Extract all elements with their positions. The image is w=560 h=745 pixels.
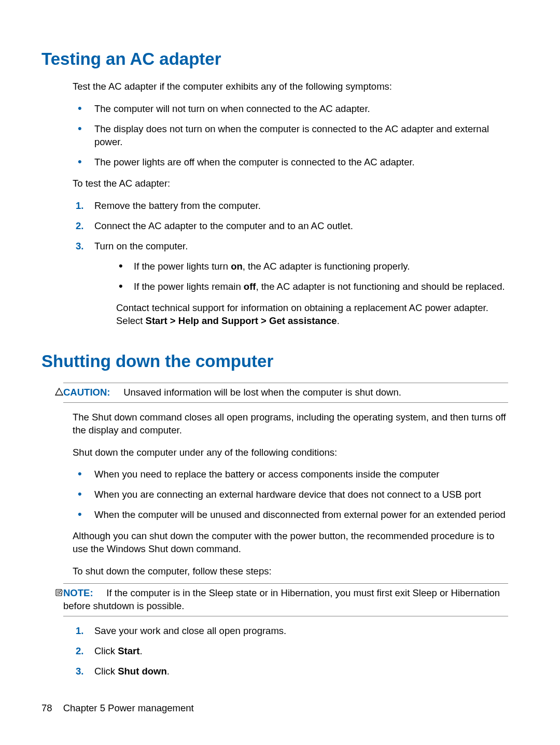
section2-p3: Although you can shut down the computer … bbox=[73, 530, 508, 556]
heading-shutting-down: Shutting down the computer bbox=[41, 352, 508, 371]
page-number: 78 bbox=[41, 702, 52, 713]
caution-label: CAUTION: bbox=[63, 387, 110, 398]
list-item: Remove the battery from the computer. bbox=[73, 200, 508, 213]
section2-p2: Shut down the computer under any of the … bbox=[73, 446, 508, 459]
step3-sublist: If the power lights turn on, the AC adap… bbox=[116, 260, 508, 293]
page-footer: 78 Chapter 5 Power management bbox=[41, 702, 194, 714]
note-icon bbox=[55, 587, 63, 596]
document-page: Testing an AC adapter Test the AC adapte… bbox=[0, 0, 560, 745]
text: If the power lights remain bbox=[134, 281, 244, 292]
list-item: The computer will not turn on when conne… bbox=[73, 103, 508, 116]
text: , the AC adapter is functioning properly… bbox=[243, 261, 410, 272]
bold-text: off bbox=[244, 281, 256, 292]
caution-callout: CAUTION: Unsaved information will be los… bbox=[63, 383, 508, 403]
list-item: Save your work and close all open progra… bbox=[73, 625, 508, 638]
list-item: Connect the AC adapter to the computer a… bbox=[73, 220, 508, 233]
list-item: The display does not turn on when the co… bbox=[73, 123, 508, 149]
list-item: When the computer will be unused and dis… bbox=[73, 509, 508, 522]
list-item: The power lights are off when the comput… bbox=[73, 156, 508, 169]
list-item: When you need to replace the battery or … bbox=[73, 468, 508, 481]
caution-text: Unsaved information will be lost when th… bbox=[123, 387, 401, 398]
text: . bbox=[139, 645, 142, 656]
heading-testing-ac-adapter: Testing an AC adapter bbox=[41, 49, 508, 69]
bold-text: on bbox=[231, 261, 243, 272]
list-item: If the power lights remain off, the AC a… bbox=[116, 280, 508, 293]
note-callout: NOTE: If the computer is in the Sleep st… bbox=[63, 583, 508, 616]
text: . bbox=[167, 666, 170, 677]
step3-followup: Contact technical support for informatio… bbox=[116, 302, 508, 328]
text: Click bbox=[94, 645, 118, 656]
bold-text: Start bbox=[118, 645, 139, 656]
bold-text: Start > Help and Support > Get assistanc… bbox=[146, 315, 337, 326]
section2-p1: The Shut down command closes all open pr… bbox=[73, 411, 508, 437]
list-item: Click Start. bbox=[73, 645, 508, 658]
shutdown-steps: Save your work and close all open progra… bbox=[73, 625, 508, 678]
section1-body: Test the AC adapter if the computer exhi… bbox=[73, 80, 508, 328]
shutdown-conditions: When you need to replace the battery or … bbox=[73, 468, 508, 522]
text: , the AC adapter is not functioning and … bbox=[256, 281, 505, 292]
bold-text: Shut down bbox=[118, 666, 167, 677]
section2-p4: To shut down the computer, follow these … bbox=[73, 565, 508, 578]
list-item: If the power lights turn on, the AC adap… bbox=[116, 260, 508, 273]
test-steps: Remove the battery from the computer. Co… bbox=[73, 200, 508, 328]
text: . bbox=[337, 315, 340, 326]
note-label: NOTE: bbox=[63, 587, 93, 598]
section2-body: CAUTION: Unsaved information will be los… bbox=[73, 383, 508, 679]
chapter-label: Chapter 5 Power management bbox=[63, 702, 194, 713]
text: Click bbox=[94, 666, 118, 677]
list-item: Turn on the computer. If the power light… bbox=[73, 240, 508, 328]
section1-test-intro: To test the AC adapter: bbox=[73, 177, 508, 190]
list-item: Click Shut down. bbox=[73, 665, 508, 678]
list-item: When you are connecting an external hard… bbox=[73, 488, 508, 501]
note-text: If the computer is in the Sleep state or… bbox=[63, 587, 500, 611]
text: If the power lights turn bbox=[134, 261, 231, 272]
symptom-list: The computer will not turn on when conne… bbox=[73, 103, 508, 169]
caution-icon bbox=[55, 387, 63, 395]
step-text: Turn on the computer. bbox=[94, 241, 188, 251]
section1-intro: Test the AC adapter if the computer exhi… bbox=[73, 80, 508, 93]
